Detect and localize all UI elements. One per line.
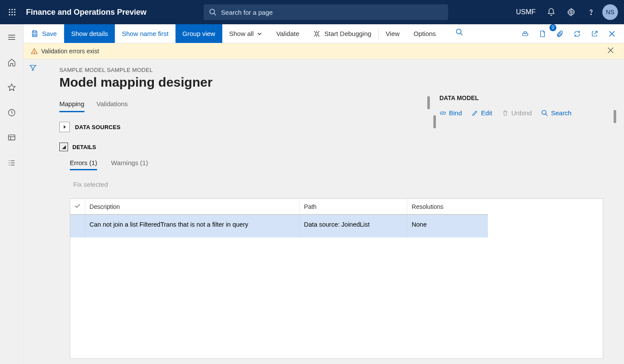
tab-validations[interactable]: Validations [97, 100, 128, 112]
details-label: DETAILS [72, 144, 96, 150]
warning-icon [31, 48, 38, 55]
fix-selected-button: Fix selected [73, 181, 624, 188]
col-resolutions[interactable]: Resolutions [407, 199, 488, 214]
svg-rect-27 [33, 34, 36, 36]
popout-icon[interactable] [587, 26, 602, 42]
errors-table: Description Path Resolutions Can not joi… [70, 198, 603, 359]
svg-point-36 [34, 52, 34, 53]
splitter-handle[interactable] [427, 96, 430, 109]
help-icon[interactable] [582, 3, 600, 21]
svg-line-10 [214, 13, 216, 16]
check-icon [75, 203, 81, 209]
group-view-button[interactable]: Group view [176, 24, 222, 43]
row-checkbox[interactable] [70, 214, 85, 237]
bind-button[interactable]: Bind [439, 109, 462, 117]
show-all-dropdown[interactable]: Show all [222, 24, 270, 43]
data-model-panel: DATA MODEL Bind Edit Unbind Search [439, 94, 613, 117]
debug-icon [313, 30, 321, 38]
page-title: Model mapping designer [59, 75, 624, 90]
app-launcher-icon[interactable] [0, 8, 24, 16]
data-sources-toggle[interactable] [59, 122, 70, 132]
company-selector[interactable]: USMF [512, 8, 540, 16]
cell-description: Can not join a list FilteredTrans that i… [85, 214, 299, 237]
svg-point-39 [542, 110, 546, 114]
svg-point-4 [11, 11, 13, 13]
col-path[interactable]: Path [299, 199, 407, 214]
trash-icon [502, 110, 509, 117]
svg-point-5 [14, 11, 15, 13]
svg-point-12 [591, 14, 592, 15]
gear-icon[interactable] [562, 3, 580, 21]
svg-point-7 [11, 14, 13, 15]
link-icon[interactable] [517, 26, 533, 42]
notification-bar: Validation errors exist [24, 43, 624, 59]
unbind-button: Unbind [502, 109, 532, 117]
search-icon [209, 8, 217, 16]
validate-button[interactable]: Validate [269, 24, 306, 43]
view-button[interactable]: View [379, 24, 406, 43]
search-button[interactable]: Search [541, 109, 572, 117]
show-details-button[interactable]: Show details [64, 24, 115, 43]
cell-path: Data source: JoinedList [299, 214, 407, 237]
col-description[interactable]: Description [85, 199, 299, 214]
table-row[interactable]: Can not join a list FilteredTrans that i… [70, 214, 488, 237]
star-icon[interactable] [3, 79, 20, 96]
filter-icon[interactable] [24, 59, 42, 76]
cell-resolutions: None [407, 214, 488, 237]
refresh-icon[interactable] [569, 26, 585, 42]
top-nav: Finance and Operations Preview Search fo… [0, 0, 624, 24]
subtab-errors[interactable]: Errors (1) [70, 159, 97, 170]
save-button[interactable]: Save [24, 24, 64, 43]
splitter-handle[interactable] [614, 110, 616, 123]
chevron-down-icon [257, 31, 262, 36]
svg-point-9 [210, 9, 214, 14]
link-icon [439, 110, 446, 117]
svg-point-2 [14, 9, 15, 10]
svg-point-29 [456, 29, 461, 34]
svg-line-40 [546, 114, 547, 116]
svg-point-28 [315, 32, 318, 35]
start-debugging-button[interactable]: Start Debugging [306, 24, 378, 43]
show-name-first-button[interactable]: Show name first [115, 24, 176, 43]
find-icon[interactable] [452, 24, 467, 40]
triangle-down-icon [61, 144, 66, 150]
notifications-icon[interactable] [543, 3, 560, 21]
action-bar: Save Show details Show name first Group … [24, 24, 624, 43]
avatar[interactable]: NS [602, 4, 618, 20]
hamburger-icon[interactable] [3, 29, 20, 46]
search-placeholder: Search for a page [221, 9, 273, 16]
recent-icon[interactable] [3, 104, 20, 121]
options-button[interactable]: Options [406, 24, 443, 43]
app-title: Finance and Operations Preview [24, 8, 146, 17]
data-sources-label: DATA SOURCES [75, 124, 120, 130]
tab-mapping[interactable]: Mapping [59, 100, 84, 112]
details-subtabs: Errors (1) Warnings (1) [70, 159, 624, 170]
close-icon[interactable] [604, 26, 620, 42]
svg-line-30 [461, 33, 463, 36]
edit-button[interactable]: Edit [471, 109, 492, 117]
modules-icon[interactable] [3, 154, 20, 172]
splitter-handle[interactable] [433, 115, 436, 128]
attachments-icon[interactable]: 0 [552, 26, 568, 42]
save-icon [31, 30, 39, 38]
details-toggle[interactable] [59, 143, 68, 151]
search-input[interactable]: Search for a page [204, 4, 448, 20]
svg-point-6 [9, 14, 10, 15]
content-area: SAMPLE MODEL SAMPLE MODEL Model mapping … [24, 59, 624, 364]
left-rail [0, 24, 24, 364]
data-model-title: DATA MODEL [439, 94, 613, 101]
svg-point-8 [14, 14, 15, 15]
subtab-warnings[interactable]: Warnings (1) [111, 159, 148, 170]
svg-point-11 [570, 11, 572, 13]
svg-rect-17 [9, 135, 15, 140]
pencil-icon [471, 110, 478, 117]
svg-point-3 [9, 11, 10, 13]
home-icon[interactable] [3, 54, 20, 71]
select-all-checkbox[interactable] [70, 199, 85, 214]
office-icon[interactable] [535, 26, 550, 42]
svg-point-0 [9, 9, 10, 10]
notification-close-icon[interactable] [608, 47, 617, 55]
workspace-icon[interactable] [3, 129, 20, 146]
svg-point-1 [11, 9, 13, 10]
search-icon [541, 110, 548, 117]
